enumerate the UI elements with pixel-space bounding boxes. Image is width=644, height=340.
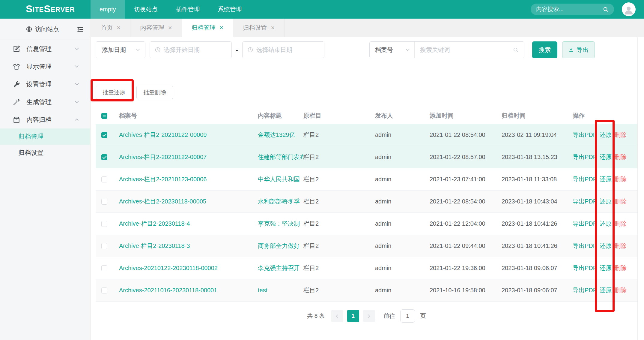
batch-restore-button[interactable]: 批量还原 [96,86,132,99]
row-checkbox[interactable] [101,199,107,205]
content-title-link[interactable]: 李克强主持召开 [258,264,300,272]
content-title-link[interactable]: 李克强：坚决制 [258,220,300,228]
tab-1[interactable]: 内容管理 ✕ [130,19,182,37]
content-title-link[interactable]: 中华人民共和国 [258,175,300,183]
export-pdf-link[interactable]: 导出PDF [573,175,597,183]
archive-time-cell: 2023-01-18 09:06:07 [502,287,573,294]
close-icon[interactable]: ✕ [271,25,275,31]
archive-no-link[interactable]: Archive-栏目2-20230118-4 [119,220,190,228]
topnav-item-0[interactable]: empty [91,0,125,19]
tab-3[interactable]: 归档设置 ✕ [233,19,285,37]
visit-site-row[interactable]: 访问站点 [0,19,90,40]
export-button[interactable]: 导出 [562,41,595,58]
sidebar-subitem-label: 归档设置 [18,149,43,157]
archive-no-link[interactable]: Archive-栏目2-20230118-3 [119,242,190,250]
wand-icon [13,98,20,106]
export-pdf-link[interactable]: 导出PDF [573,264,597,272]
content-title-link[interactable]: 住建部等部门发布 [258,153,303,161]
add-time-cell: 2021-01-22 09:44:00 [430,242,502,249]
export-pdf-link[interactable]: 导出PDF [573,197,597,206]
sidebar-item-0[interactable]: 信息管理 [0,40,90,58]
content-title-link[interactable]: 水利部部署冬季 [258,197,300,206]
table-body: Archives-栏目2-20210122-00009 金额达1329亿 栏目2… [96,124,637,302]
restore-link[interactable]: 还原 [600,131,612,139]
filter-row: 添加日期 选择开始日期 - 选择结束日期 档案号 [96,41,637,58]
archive-no-link[interactable]: Archives-20210122-20230118-00002 [119,265,218,272]
search-icon[interactable] [603,6,609,12]
goto-page-input[interactable]: 1 [400,309,415,323]
sidebar-subitem-0[interactable]: 归档管理 [0,128,90,145]
delete-link[interactable]: 删除 [615,286,627,294]
close-icon[interactable]: ✕ [117,25,121,31]
topnav-item-3[interactable]: 系统管理 [209,0,251,19]
row-checkbox[interactable] [101,221,107,227]
content-title-link[interactable]: 商务部全力做好 [258,242,300,250]
delete-link[interactable]: 删除 [615,197,627,206]
end-date-input[interactable]: 选择结束日期 [242,41,324,58]
delete-link[interactable]: 删除 [615,264,627,272]
sidebar-item-2[interactable]: 设置管理 [0,75,90,93]
sidebar-collapse-icon[interactable] [76,26,84,33]
add-time-cell: 2021-01-22 08:54:00 [430,198,502,205]
start-date-input[interactable]: 选择开始日期 [150,41,232,58]
export-pdf-link[interactable]: 导出PDF [573,286,597,294]
restore-link[interactable]: 还原 [600,286,612,294]
restore-link[interactable]: 还原 [600,242,612,250]
tab-2[interactable]: 归档管理 ✕ [182,19,233,37]
sidebar-item-4[interactable]: 内容归档 [0,111,90,128]
content-title-link[interactable]: 金额达1329亿 [258,131,295,139]
batch-delete-button[interactable]: 批量删除 [136,86,173,99]
header-search-placeholder: 内容搜索... [536,5,564,13]
delete-link[interactable]: 删除 [615,153,627,161]
restore-link[interactable]: 还原 [600,175,612,183]
archive-no-link[interactable]: Archives-栏目2-20210122-00009 [119,131,207,139]
export-pdf-link[interactable]: 导出PDF [573,153,597,161]
delete-link[interactable]: 删除 [615,242,627,250]
archive-time-cell: 2023-01-18 09:06:07 [502,265,573,272]
topnav-item-1[interactable]: 切换站点 [125,0,167,19]
date-type-select[interactable]: 添加日期 [96,41,145,58]
restore-link[interactable]: 还原 [600,220,612,228]
delete-link[interactable]: 删除 [615,175,627,183]
prev-page-button[interactable] [331,310,343,322]
row-checkbox[interactable] [101,265,107,271]
tab-0[interactable]: 首页 ✕ [91,19,130,37]
channel-cell: 栏目2 [303,175,375,183]
export-pdf-link[interactable]: 导出PDF [573,242,597,250]
search-button[interactable]: 搜索 [532,41,557,58]
delete-link[interactable]: 删除 [615,131,627,139]
archive-no-link[interactable]: Archives-栏目2-20210122-00007 [119,153,207,161]
row-checkbox[interactable] [101,154,107,160]
keyword-input[interactable]: 搜索关键词 [415,42,524,58]
chevron-up-icon [74,117,79,122]
tab-label: 内容管理 [140,24,164,32]
close-icon[interactable]: ✕ [168,25,172,31]
topnav-item-label: 系统管理 [218,5,242,14]
row-checkbox[interactable] [101,132,107,138]
restore-link[interactable]: 还原 [600,264,612,272]
next-page-button[interactable] [363,310,375,322]
delete-link[interactable]: 删除 [615,220,627,228]
channel-cell: 栏目2 [303,286,375,294]
select-all-checkbox[interactable] [101,113,107,119]
row-checkbox[interactable] [101,176,107,182]
sidebar-item-1[interactable]: 显示管理 [0,58,90,75]
row-checkbox[interactable] [101,243,107,249]
topnav-item-2[interactable]: 插件管理 [167,0,209,19]
search-field-select[interactable]: 档案号 [370,42,415,58]
sidebar-item-3[interactable]: 生成管理 [0,93,90,111]
header-search-input[interactable]: 内容搜索... [531,4,614,15]
row-checkbox[interactable] [101,287,107,293]
close-icon[interactable]: ✕ [219,25,223,31]
archive-no-link[interactable]: Archives-栏目2-20230118-00005 [119,197,206,206]
restore-link[interactable]: 还原 [600,153,612,161]
archive-no-link[interactable]: Archives-20211016-20230118-00001 [119,287,217,294]
avatar[interactable] [622,2,636,16]
page-button-1[interactable]: 1 [347,310,359,322]
content-title-link[interactable]: test [258,287,267,294]
sidebar-subitem-1[interactable]: 归档设置 [0,145,90,161]
archive-no-link[interactable]: Archives-栏目2-20210123-00006 [119,175,207,183]
restore-link[interactable]: 还原 [600,197,612,206]
export-pdf-link[interactable]: 导出PDF [573,131,597,139]
export-pdf-link[interactable]: 导出PDF [573,220,597,228]
